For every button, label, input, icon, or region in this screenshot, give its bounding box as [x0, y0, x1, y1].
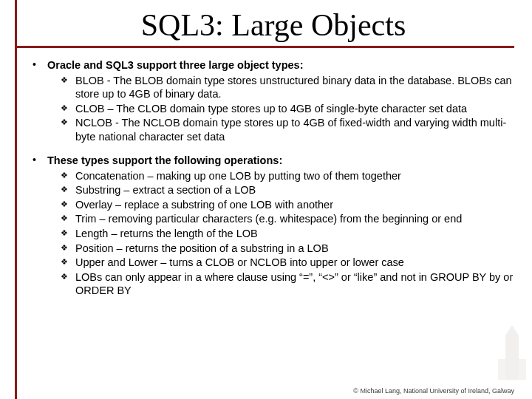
list-item: ❖Length – returns the length of the LOB: [47, 227, 514, 241]
svg-rect-2: [498, 359, 505, 380]
list-item: ❖Overlay – replace a substring of one LO…: [47, 198, 514, 212]
diamond-icon: ❖: [61, 256, 75, 270]
diamond-icon: ❖: [61, 169, 75, 183]
svg-rect-0: [505, 335, 519, 380]
list-item: ❖NCLOB - The NCLOB domain type stores up…: [47, 116, 514, 143]
item-text: Substring – extract a section of a LOB: [75, 183, 514, 197]
diamond-icon: ❖: [61, 102, 75, 116]
background-building-icon: [495, 322, 529, 389]
item-text: Trim – removing particular characters (e…: [75, 212, 514, 226]
item-text: NCLOB - The NCLOB domain type stores up …: [75, 116, 514, 143]
diamond-icon: ❖: [61, 198, 75, 212]
item-text: Length – returns the length of the LOB: [75, 227, 514, 241]
list-item: ❖LOBs can only appear in a where clause …: [47, 270, 514, 298]
item-text: Concatenation – making up one LOB by put…: [75, 169, 514, 183]
list-item: ❖Concatenation – making up one LOB by pu…: [47, 169, 514, 183]
bullet-icon: •: [33, 154, 47, 297]
slide-content: SQL3: Large Objects • Oracle and SQL3 su…: [0, 0, 532, 298]
title-underline: [15, 46, 514, 48]
list-item: ❖Position – returns the position of a su…: [47, 242, 514, 256]
item-text: Position – returns the position of a sub…: [75, 242, 514, 256]
item-text: Upper and Lower – turns a CLOB or NCLOB …: [75, 256, 514, 270]
diamond-icon: ❖: [61, 183, 75, 197]
slide-body: • Oracle and SQL3 support three large ob…: [33, 58, 514, 298]
diamond-icon: ❖: [61, 227, 75, 241]
item-text: BLOB - The BLOB domain type stores unstr…: [75, 74, 514, 101]
list-item: ❖Trim – removing particular characters (…: [47, 212, 514, 226]
diamond-icon: ❖: [61, 212, 75, 226]
diamond-icon: ❖: [61, 242, 75, 256]
footer-copyright: © Michael Lang, National University of I…: [353, 387, 514, 395]
left-vertical-rule: [15, 0, 17, 399]
section-1: • Oracle and SQL3 support three large ob…: [33, 58, 514, 143]
list-item: ❖Upper and Lower – turns a CLOB or NCLOB…: [47, 256, 514, 270]
list-item: ❖BLOB - The BLOB domain type stores unst…: [47, 74, 514, 101]
diamond-icon: ❖: [61, 116, 75, 143]
item-text: Overlay – replace a substring of one LOB…: [75, 198, 514, 212]
svg-marker-1: [505, 325, 519, 335]
list-item: ❖CLOB – The CLOB domain type stores up t…: [47, 102, 514, 116]
svg-rect-3: [519, 359, 526, 380]
slide-title: SQL3: Large Objects: [33, 7, 514, 43]
item-text: LOBs can only appear in a where clause u…: [75, 270, 514, 298]
item-text: CLOB – The CLOB domain type stores up to…: [75, 102, 514, 116]
diamond-icon: ❖: [61, 270, 75, 298]
list-item: ❖Substring – extract a section of a LOB: [47, 183, 514, 197]
bullet-icon: •: [33, 58, 47, 143]
section-heading: Oracle and SQL3 support three large obje…: [47, 58, 514, 72]
diamond-icon: ❖: [61, 74, 75, 101]
section-heading: These types support the following operat…: [47, 154, 514, 168]
section-2: • These types support the following oper…: [33, 154, 514, 297]
